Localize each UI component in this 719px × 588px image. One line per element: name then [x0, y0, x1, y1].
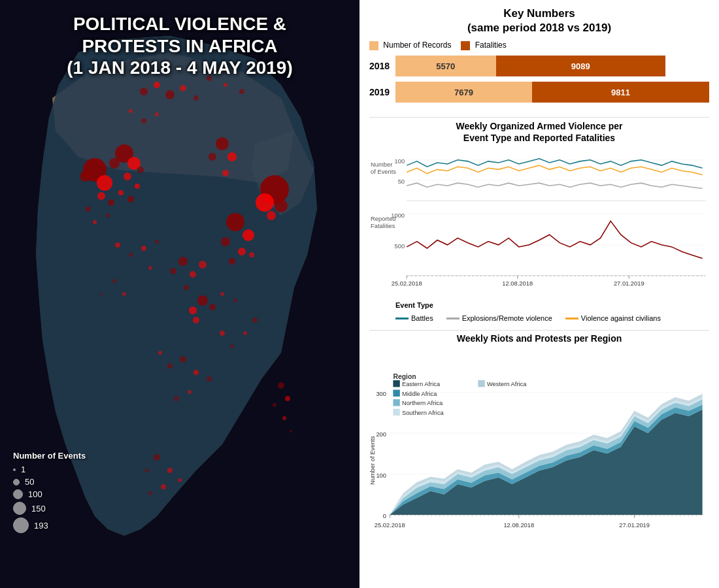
- svg-point-43: [115, 242, 120, 248]
- legend-rect-middle: [393, 390, 399, 397]
- bar-row-2018: 2018 5570 9089: [369, 56, 709, 76]
- svg-point-69: [167, 468, 173, 473]
- riots-title: Weekly Riots and Protests per Region: [369, 333, 709, 344]
- y-label-of-events: of Events: [371, 169, 396, 175]
- y-tick-500: 500: [394, 243, 405, 250]
- map-legend: Number of Events 1 50 100 150 193: [13, 451, 86, 536]
- x-tick-date-3: 27.01.2019: [614, 281, 644, 287]
- fatalities-line: [407, 221, 702, 259]
- svg-point-17: [226, 213, 244, 231]
- svg-point-45: [141, 246, 146, 251]
- svg-point-51: [220, 331, 225, 336]
- bar-fatalities-2018: 9089: [496, 56, 665, 76]
- svg-point-47: [148, 266, 152, 270]
- svg-point-82: [137, 167, 144, 173]
- svg-point-49: [122, 292, 126, 296]
- svg-point-37: [193, 370, 199, 375]
- svg-point-10: [93, 220, 97, 224]
- battles-label: Battles: [411, 314, 433, 322]
- svg-point-80: [109, 158, 120, 169]
- y-tick-0: 0: [383, 513, 386, 519]
- legend-label-1: 1: [21, 465, 25, 474]
- explosions-label: Explosions/Remote violence: [462, 314, 552, 322]
- svg-point-14: [165, 90, 175, 99]
- svg-point-21: [229, 258, 235, 265]
- armed-violence-chart-area: Number of Events 100 50: [369, 146, 709, 299]
- legend-item-1: 1: [13, 465, 86, 474]
- svg-point-44: [129, 253, 133, 257]
- svg-point-16: [193, 95, 199, 101]
- y-tick-100: 100: [376, 472, 386, 479]
- x-tick-date-2: 12.08.2018: [502, 281, 533, 287]
- riots-chart-area: 300 200 100 0 Number of Events: [369, 346, 709, 581]
- y-tick-50: 50: [398, 179, 405, 186]
- svg-point-12: [140, 88, 148, 95]
- armed-violence-title: Weekly Organized Armed Violence perEvent…: [369, 120, 709, 144]
- violence-civilians-color: [565, 318, 578, 319]
- legend-text-southern: Southern Africa: [402, 410, 444, 416]
- riots-section: Weekly Riots and Protests per Region 300…: [369, 333, 709, 581]
- legend-item-50: 50: [13, 477, 86, 487]
- svg-point-56: [233, 299, 237, 302]
- legend-text-northern: Northern Africa: [402, 400, 443, 407]
- bubble-150: [13, 502, 26, 515]
- svg-point-4: [97, 192, 105, 200]
- svg-point-39: [158, 351, 162, 355]
- svg-point-65: [273, 403, 276, 407]
- svg-point-55: [220, 292, 224, 296]
- year-label-2018: 2018: [369, 61, 395, 71]
- svg-point-74: [216, 137, 229, 150]
- x-riots-date-3: 27.01.2019: [619, 522, 650, 529]
- svg-point-72: [148, 491, 152, 495]
- legend-rect-eastern: [393, 380, 399, 387]
- svg-point-75: [227, 152, 237, 161]
- riots-svg: 300 200 100 0 Number of Events: [369, 346, 709, 581]
- svg-point-53: [243, 331, 247, 335]
- y-tick-100: 100: [394, 158, 405, 165]
- svg-point-62: [155, 112, 159, 116]
- svg-point-34: [209, 304, 216, 310]
- svg-point-42: [174, 396, 179, 401]
- explosions-legend: Explosions/Remote violence: [446, 314, 552, 322]
- legend-text-middle: Middle Africa: [402, 391, 437, 397]
- svg-point-60: [129, 109, 133, 113]
- legend-title: Number of Events: [13, 451, 86, 461]
- svg-point-58: [224, 83, 227, 87]
- svg-point-29: [170, 268, 176, 274]
- y-tick-300: 300: [376, 391, 386, 397]
- svg-point-63: [278, 382, 284, 389]
- bar-container-2018: 5570 9089: [395, 56, 709, 76]
- title-text: POLITICAL VIOLENCE & PROTESTS IN AFRICA …: [7, 13, 353, 79]
- svg-point-40: [207, 376, 212, 382]
- svg-point-68: [154, 454, 160, 461]
- legend-item-100: 100: [13, 489, 86, 499]
- y-axis-label: Number of Events: [369, 436, 376, 485]
- svg-point-76: [209, 153, 216, 161]
- legend-rect-western: [478, 380, 484, 387]
- svg-point-24: [256, 193, 274, 212]
- legend-item-150: 150: [13, 502, 86, 515]
- svg-point-52: [230, 344, 234, 348]
- battles-legend: Battles: [395, 314, 433, 322]
- svg-point-31: [184, 285, 189, 290]
- bar-row-2019: 2019 7679 9811: [369, 82, 709, 103]
- svg-point-30: [199, 261, 207, 269]
- svg-point-77: [222, 170, 229, 176]
- armed-violence-svg: Number of Events 100 50: [369, 146, 709, 296]
- bar-legend: Number of Records Fatalities: [369, 41, 709, 50]
- svg-point-33: [189, 306, 197, 314]
- bar-fatalities-2019: 9811: [532, 82, 709, 103]
- bubble-1: [13, 468, 16, 471]
- key-numbers-section: Key Numbers(same period 2018 vs 2019) Nu…: [369, 7, 709, 108]
- records-legend-label: Number of Records: [383, 41, 451, 50]
- svg-point-70: [145, 468, 149, 472]
- fatalities-color-swatch: [461, 41, 470, 50]
- svg-point-6: [118, 190, 124, 195]
- key-numbers-title: Key Numbers(same period 2018 vs 2019): [369, 7, 709, 35]
- svg-point-59: [239, 89, 244, 94]
- svg-point-13: [154, 82, 160, 88]
- x-riots-date-1: 25.02.2018: [375, 522, 405, 529]
- svg-point-46: [155, 240, 159, 244]
- bar-container-2019: 7679 9811: [395, 82, 709, 103]
- left-panel: POLITICAL VIOLENCE & PROTESTS IN AFRICA …: [0, 0, 360, 588]
